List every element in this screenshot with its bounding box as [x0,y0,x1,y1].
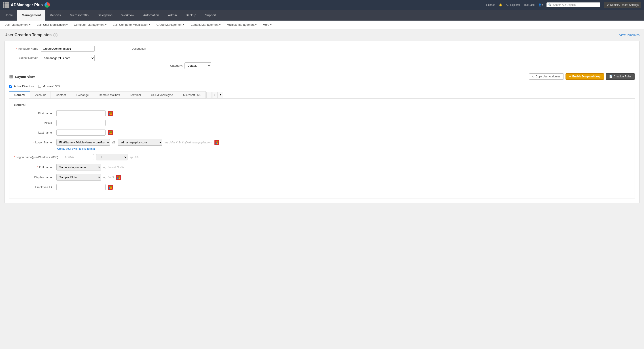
checkbox-microsoft365[interactable]: Microsoft 365 [38,85,60,88]
ms365-first-name-icon[interactable] [108,111,113,116]
subnav-bulk-user-modification[interactable]: Bulk User Modification ▾ [34,21,70,29]
tab-general[interactable]: General [9,91,30,98]
full-name-select[interactable]: Same as logonname [56,164,101,170]
ms365-logon-icon[interactable] [214,140,219,145]
talkback-link[interactable]: TalkBack [524,3,535,7]
enable-drag-and-drop-button[interactable]: ✛ Enable Drag-and-drop [566,73,604,80]
bell-icon[interactable]: 🔔 [499,3,502,7]
page-header: User Creation Templates ? View Templates [4,33,640,37]
general-section-title: General [14,103,630,107]
ms365-last-name-icon[interactable] [108,130,113,135]
chevron-down-icon: ▾ [105,24,106,26]
nav-management[interactable]: Management [17,10,46,21]
svg-rect-5 [110,131,112,133]
ms365-employee-id-icon[interactable] [108,185,113,190]
checkbox-active-directory[interactable]: Active Directory [9,85,34,88]
subnav-group-management[interactable]: Group Management ▾ [154,21,187,29]
nav-reports[interactable]: Reports [46,10,65,21]
initials-input[interactable] [56,120,106,126]
tab-dropdown-button[interactable]: ▾ [218,92,224,98]
description-input[interactable] [149,46,211,60]
subnav-bulk-computer-modification[interactable]: Bulk Computer Modification ▾ [110,21,153,29]
view-templates-link[interactable]: View Templates [619,33,640,37]
main-card: * Template Name Select Domain admanagerp… [4,41,640,203]
subnav-more[interactable]: More ▾ [260,21,274,29]
logon-pre-windows-label: * Logon name(pre-Windows 2000) [14,155,60,159]
logon-pre-suffix-select[interactable]: TE [96,154,128,160]
rules-icon: 📄 [609,75,612,78]
subnav-computer-management[interactable]: Computer Management ▾ [71,21,109,29]
display-name-label: Display name [14,176,54,179]
nav-admin[interactable]: Admin [164,10,181,21]
employee-id-input[interactable] [56,184,106,190]
svg-rect-14 [117,177,118,179]
logon-pre-placeholder: eg. Joh [130,156,138,159]
tab-contact[interactable]: Contact [50,91,71,98]
subnav-contact-management[interactable]: Contact Management ▾ [188,21,223,29]
license-link[interactable]: License [486,3,495,7]
tab-microsoft365[interactable]: Microsoft 365 [178,91,206,98]
logon-domain-select[interactable]: admanagerplus.com [118,139,162,146]
help-icon[interactable]: ? [54,33,58,37]
page-content: User Creation Templates ? View Templates… [0,29,644,349]
tab-ocs-lync-skype[interactable]: OCS/Lync/Skype [146,91,178,98]
first-name-row: First name [14,110,630,116]
create-naming-format-link[interactable]: Create your own naming format [57,147,95,150]
domain-select[interactable]: admanagerplus.com [41,55,94,61]
drag-icon: ✛ [569,75,571,78]
checkbox-row: Active Directory Microsoft 365 [9,85,635,88]
tab-remote-mailbox[interactable]: Remote Mailbox [94,91,125,98]
layout-view-header: ▦ Layout View ⧉ Copy User Attributes ✛ E… [9,73,635,82]
user-avatar[interactable]: 👤▾ [538,3,543,7]
logo: ADManager Plus [3,2,50,8]
copy-icon: ⧉ [532,75,534,78]
nav-workflow[interactable]: Workflow [117,10,139,21]
nav-delegation[interactable]: Delegation [93,10,117,21]
svg-rect-1 [110,112,112,113]
full-name-row: * Full name Same as logonname eg. John K… [14,164,630,170]
select-domain-row: Select Domain admanagerplus.com [9,55,94,61]
tab-exchange[interactable]: Exchange [71,91,94,98]
initials-row: Initials [14,120,630,126]
nav-microsoft365[interactable]: Microsoft 365 [65,10,93,21]
ad-explorer-link[interactable]: AD Explorer [506,3,520,7]
svg-rect-18 [109,187,110,189]
copy-user-attributes-button[interactable]: ⧉ Copy User Attributes [529,73,564,80]
tab-nav-btns: ‹ › ▾ [206,92,224,98]
select-domain-label: Select Domain [9,55,38,60]
template-name-label: * Template Name [9,46,38,50]
nav-automation[interactable]: Automation [139,10,164,21]
svg-rect-13 [119,176,120,177]
page-title: User Creation Templates [4,33,52,37]
at-sign: @ [112,141,116,144]
search-input[interactable] [553,3,598,7]
domain-settings-button[interactable]: ⚙ Domain/Tenant Settings [604,2,641,8]
subnav-user-management[interactable]: User Management ▾ [2,21,33,29]
last-name-input[interactable] [56,130,106,136]
first-name-input[interactable] [56,110,106,116]
svg-rect-16 [109,186,110,187]
logon-pre-windows-row: * Logon name(pre-Windows 2000) TE eg. Jo… [14,154,630,160]
nav-support[interactable]: Support [200,10,220,21]
top-bar-left: ADManager Plus [3,2,50,8]
category-select[interactable]: Default [184,62,211,69]
top-right-links: License 🔔 AD Explorer TalkBack 👤▾ [486,3,543,7]
tab-prev-button[interactable]: ‹ [206,92,212,98]
nav-backup[interactable]: Backup [181,10,201,21]
tab-terminal[interactable]: Terminal [125,91,146,98]
display-name-select[interactable]: Sample INdia [56,174,101,181]
logon-name-format-select[interactable]: FirstName + MiddleName + LastName [56,139,110,146]
subnav-mailbox-management[interactable]: Mailbox Management ▾ [224,21,259,29]
chevron-down-icon: ▾ [66,24,68,26]
ms365-display-name-icon[interactable] [116,175,121,180]
display-name-row: Display name Sample INdia eg. JohS [14,174,630,181]
tab-next-button[interactable]: › [212,92,218,98]
svg-rect-4 [109,131,110,133]
template-name-input[interactable] [41,46,94,52]
logon-pre-prefix-input[interactable] [62,154,94,160]
tab-account[interactable]: Account [30,91,51,98]
creation-rules-button[interactable]: 📄 Creation Rules [606,73,635,80]
search-box[interactable]: 🔍 [546,3,600,8]
nav-home[interactable]: Home [0,10,17,21]
sub-nav: User Management ▾ Bulk User Modification… [0,21,644,29]
